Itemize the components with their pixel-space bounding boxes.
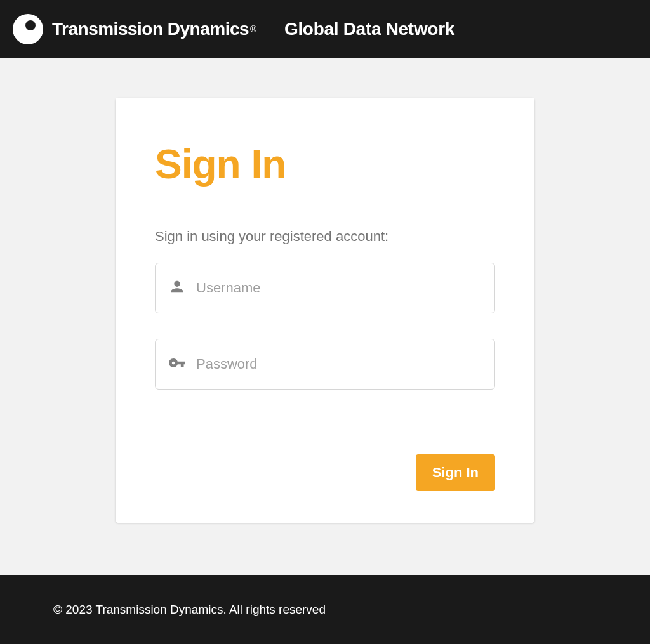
- app-footer: © 2023 Transmission Dynamics. All rights…: [0, 575, 650, 644]
- key-icon: [168, 354, 196, 374]
- copyright-text: © 2023 Transmission Dynamics. All rights…: [53, 603, 326, 617]
- svg-point-1: [25, 20, 36, 30]
- registered-mark: ®: [250, 24, 256, 34]
- username-input[interactable]: [196, 280, 482, 296]
- username-field-wrapper[interactable]: [155, 263, 495, 313]
- signin-subtitle: Sign in using your registered account:: [155, 228, 495, 245]
- password-field-wrapper[interactable]: [155, 339, 495, 390]
- signin-card: Sign In Sign in using your registered ac…: [116, 98, 534, 523]
- app-title: Global Data Network: [284, 19, 454, 39]
- signin-button[interactable]: Sign In: [416, 454, 495, 491]
- app-header: Transmission Dynamics® Global Data Netwo…: [0, 0, 650, 58]
- person-icon: [168, 278, 196, 298]
- brand-name: Transmission Dynamics®: [52, 19, 256, 39]
- brand-logo-icon: [13, 14, 43, 44]
- signin-title: Sign In: [155, 141, 495, 188]
- password-input[interactable]: [196, 356, 482, 372]
- brand: Transmission Dynamics® Global Data Netwo…: [13, 14, 454, 44]
- button-row: Sign In: [155, 454, 495, 491]
- main-content: Sign In Sign in using your registered ac…: [0, 58, 650, 575]
